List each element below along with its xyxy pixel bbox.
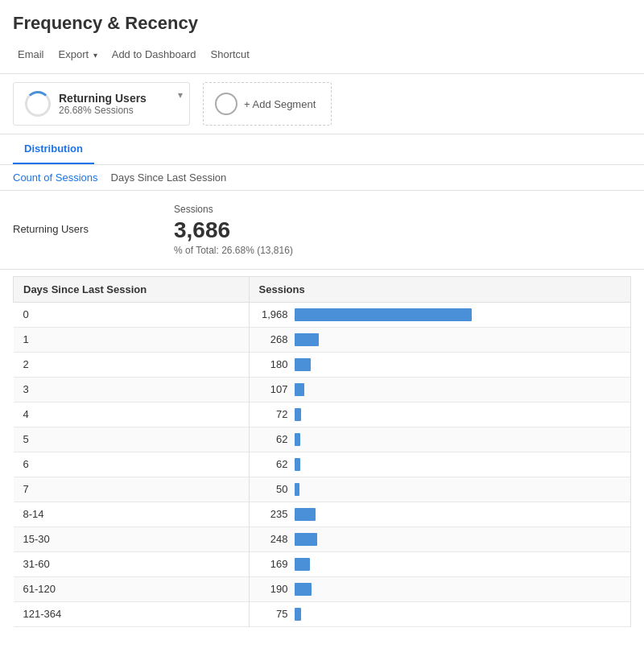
bar-container [295,408,621,421]
day-cell: 5 [14,427,250,452]
table-row: 5 62 [14,427,631,452]
segment-name: Returning Users [59,92,147,105]
bar-fill [295,333,319,346]
bar-cell: 169 [259,558,621,571]
bar-container [295,608,621,621]
day-cell: 61-120 [14,576,250,601]
bar-fill [295,383,304,396]
table-row: 7 50 [14,477,631,502]
col2-header: Sessions [249,276,630,302]
sessions-cell: 1,968 [249,302,630,327]
sessions-cell: 62 [249,427,630,452]
subnav-days-since-last-session[interactable]: Days Since Last Session [111,171,227,184]
bar-container [295,358,621,371]
bar-fill [295,583,312,596]
day-cell: 4 [14,402,250,427]
shortcut-button[interactable]: Shortcut [206,45,254,64]
tab-distribution[interactable]: Distribution [13,134,94,164]
sessions-cell: 190 [249,576,630,601]
bar-cell: 62 [259,433,621,446]
summary-row-label: Returning Users [13,204,174,235]
bar-container [295,508,621,521]
day-cell: 15-30 [14,527,250,551]
table-row: 1 268 [14,327,631,352]
add-segment-label: + Add Segment [244,98,316,110]
day-cell: 0 [14,302,250,327]
bar-container [295,558,621,571]
sessions-cell: 248 [249,527,630,551]
bar-container [295,383,621,396]
bar-value: 72 [259,408,288,420]
table-row: 121-364 75 [14,601,631,626]
page-header: Frequency & Recency Email Export ▾ Add t… [0,0,644,74]
sub-nav: Count of Sessions Days Since Last Sessio… [0,165,644,191]
sessions-cell: 50 [249,477,630,502]
bar-value: 235 [259,508,288,520]
sessions-cell: 235 [249,502,630,527]
bar-container [295,533,621,546]
day-cell: 2 [14,352,250,377]
bar-cell: 107 [259,383,621,396]
table-row: 4 72 [14,402,631,427]
tabs-section: Distribution [0,134,644,165]
bar-value: 62 [259,433,288,445]
table-row: 3 107 [14,377,631,402]
bar-value: 268 [259,333,288,345]
bar-fill [295,558,310,571]
table-row: 8-14 235 [14,502,631,527]
table-header-row: Days Since Last Session Sessions [14,276,631,302]
bar-fill [295,483,299,496]
bar-value: 190 [259,583,288,595]
table-row: 2 180 [14,352,631,377]
add-to-dashboard-button[interactable]: Add to Dashboard [107,45,201,64]
sessions-cell: 107 [249,377,630,402]
summary-data: Sessions 3,686 % of Total: 26.68% (13,81… [174,204,631,256]
bar-fill [295,358,311,371]
add-segment-circle [215,93,237,115]
segment-sub: 26.68% Sessions [59,105,147,116]
bar-value: 248 [259,533,288,545]
bar-container [295,333,621,346]
bar-cell: 180 [259,358,621,371]
summary-section: Returning Users Sessions 3,686 % of Tota… [0,191,644,270]
subnav-count-of-sessions[interactable]: Count of Sessions [13,171,98,184]
table-row: 0 1,968 [14,302,631,327]
bar-cell: 268 [259,333,621,346]
export-dropdown-icon: ▾ [93,51,97,60]
bar-cell: 62 [259,458,621,471]
sessions-pct: % of Total: 26.68% (13,816) [174,245,631,256]
col1-header: Days Since Last Session [14,276,250,302]
export-button[interactable]: Export ▾ [54,45,102,64]
bar-fill [295,433,300,446]
day-cell: 3 [14,377,250,402]
add-segment-button[interactable]: + Add Segment [203,82,332,126]
bar-cell: 75 [259,608,621,621]
bar-cell: 248 [259,533,621,546]
bar-value: 50 [259,483,288,495]
day-cell: 6 [14,452,250,477]
sessions-cell: 75 [249,601,630,626]
bar-value: 62 [259,458,288,470]
bar-value: 180 [259,358,288,370]
email-button[interactable]: Email [13,45,49,64]
day-cell: 31-60 [14,551,250,576]
bar-cell: 50 [259,483,621,496]
segment-section: Returning Users 26.68% Sessions ▾ + Add … [0,74,644,134]
bar-value: 169 [259,558,288,570]
bar-fill [295,408,301,421]
day-cell: 121-364 [14,601,250,626]
segment-dropdown-icon[interactable]: ▾ [178,89,183,101]
bar-cell: 1,968 [259,308,621,321]
sessions-label: Sessions [174,204,631,215]
page-title: Frequency & Recency [13,13,631,34]
segment-info: Returning Users 26.68% Sessions [59,92,147,116]
bar-cell: 190 [259,583,621,596]
bar-value: 107 [259,383,288,395]
bar-value: 1,968 [259,308,288,320]
day-cell: 7 [14,477,250,502]
day-cell: 8-14 [14,502,250,527]
bar-fill [295,458,300,471]
bar-fill [295,608,301,621]
segment-card[interactable]: Returning Users 26.68% Sessions ▾ [13,82,190,126]
bar-fill [295,533,317,546]
